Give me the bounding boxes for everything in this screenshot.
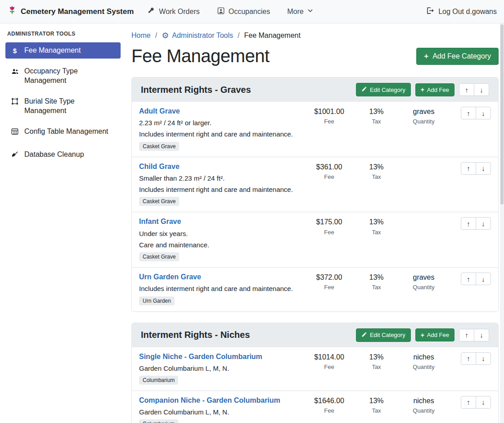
logout-icon [426, 6, 434, 17]
fee-type-badge: Casket Grave [139, 197, 179, 206]
edit-category-button[interactable]: Edit Category [356, 83, 411, 96]
fee-move-up-button[interactable]: ↑ [461, 273, 476, 285]
gear-icon: ⚙ [162, 32, 169, 40]
category-fee-list: Adult Grave 2.23 m² / 24 ft² or larger. … [132, 102, 498, 311]
fee-name-link[interactable]: Child Grave [139, 162, 180, 171]
top-navbar: Cemetery Management System Work Orders O… [0, 0, 504, 23]
sidebar-item-label: Fee Management [24, 46, 81, 55]
breadcrumb-admin-tools[interactable]: ⚙ Administrator Tools [162, 32, 233, 40]
nav-work-orders[interactable]: Work Orders [147, 7, 199, 17]
fee-move-group: ↑ ↓ [461, 352, 491, 365]
tulip-logo-icon [7, 5, 17, 18]
fee-move-group: ↑ ↓ [461, 273, 491, 285]
fee-quantity-col: niches Quantity [398, 396, 450, 414]
arrow-down-icon: ↓ [482, 275, 485, 283]
app-brand[interactable]: Cemetery Management System [7, 5, 134, 18]
fee-move-down-button[interactable]: ↓ [476, 396, 491, 409]
sidebar-item-occupancy-type-management[interactable]: Occupancy Type Management [5, 63, 121, 89]
fee-name-link[interactable]: Urn Garden Grave [139, 273, 201, 281]
fee-name-link[interactable]: Single Niche - Garden Columbarium [139, 352, 262, 361]
logout-label: Log Out d.gowans [438, 8, 497, 16]
fee-row-child-grave: Child Grave Smaller than 2.23 m² / 24 ft… [132, 157, 498, 212]
fee-type-badge: Casket Grave [139, 142, 179, 151]
fee-move-up-button[interactable]: ↑ [461, 162, 476, 175]
fee-row-infant-grave: Infant Grave Under six years. Care and m… [132, 212, 498, 267]
logout-link[interactable]: Log Out d.gowans [426, 6, 497, 17]
vertical-scrollbar[interactable] [500, 23, 504, 423]
arrow-up-icon: ↑ [467, 164, 470, 172]
plus-icon: + [421, 86, 424, 93]
main-content: Home / ⚙ Administrator Tools / Fee Manag… [126, 23, 504, 423]
arrow-up-icon: ↑ [467, 109, 470, 117]
fee-move-up-button[interactable]: ↑ [461, 352, 476, 365]
arrow-down-icon: ↓ [482, 109, 485, 117]
page-title: Fee Management [131, 46, 270, 66]
broom-icon [10, 150, 20, 161]
sidebar-item-burial-site-type-management[interactable]: Burial Site Type Management [5, 93, 121, 119]
arrow-up-icon: ↑ [467, 220, 470, 227]
fee-move-group: ↑ ↓ [461, 107, 491, 119]
fee-move-down-button[interactable]: ↓ [476, 162, 491, 175]
breadcrumb-admin-tools-label: Administrator Tools [172, 32, 233, 40]
breadcrumb: Home / ⚙ Administrator Tools / Fee Manag… [131, 32, 499, 40]
category-title: Interment Rights - Graves [141, 85, 351, 95]
fee-type-badge: Columbarium [139, 376, 178, 385]
fee-move-up-button[interactable]: ↑ [461, 107, 476, 119]
edit-category-label: Edit Category [370, 332, 405, 338]
category-fee-list: Single Niche - Garden Columbarium Garden… [132, 347, 498, 423]
fee-move-group: ↑ ↓ [461, 162, 491, 175]
fee-description: Includes interment right and care and ma… [139, 285, 293, 292]
fee-type-badge: Casket Grave [139, 252, 179, 261]
fee-row-companion-niche: Companion Niche - Garden Columbarium Gar… [132, 391, 498, 423]
sidebar-item-label: Burial Site Type Management [24, 97, 116, 115]
sidebar-item-fee-management[interactable]: $ Fee Management [5, 42, 121, 59]
plus-icon: + [424, 52, 428, 60]
breadcrumb-separator: / [238, 32, 239, 40]
category-move-down-button[interactable]: ↓ [474, 329, 489, 341]
fee-move-group: ↑ ↓ [461, 396, 491, 409]
fee-move-up-button[interactable]: ↑ [461, 217, 476, 230]
person-bounding-box-icon [217, 7, 225, 17]
sidebar-item-database-cleanup[interactable]: Database Cleanup [5, 146, 121, 164]
fee-move-down-button[interactable]: ↓ [476, 273, 491, 285]
category-move-group: ↑ ↓ [459, 83, 489, 96]
add-fee-button[interactable]: + Add Fee [415, 83, 454, 96]
sidebar: ADMINISTRATOR TOOLS $ Fee Management Occ… [0, 23, 126, 423]
fee-name-link[interactable]: Companion Niche - Garden Columbarium [139, 396, 280, 405]
fee-move-down-button[interactable]: ↓ [476, 352, 491, 365]
title-row: Fee Management + Add Fee Category [131, 46, 499, 66]
fee-name-link[interactable]: Infant Grave [139, 217, 181, 226]
fee-category-card-graves: Interment Rights - Graves Edit Category … [131, 77, 499, 312]
fee-tax-col: 13% Tax [355, 352, 398, 370]
category-move-down-button[interactable]: ↓ [474, 83, 489, 96]
hammer-icon [147, 7, 155, 17]
app-title: Cemetery Management System [21, 7, 134, 16]
category-move-up-button[interactable]: ↑ [459, 329, 474, 341]
category-move-group: ↑ ↓ [459, 329, 489, 341]
nav-occupancies[interactable]: Occupancies [217, 7, 270, 17]
fee-row-urn-garden-grave: Urn Garden Grave Includes interment righ… [132, 267, 498, 311]
scrollbar-thumb[interactable] [500, 24, 504, 205]
add-fee-label: Add Fee [427, 86, 449, 93]
fee-move-down-button[interactable]: ↓ [476, 107, 491, 119]
sidebar-item-config-table-management[interactable]: Config Table Management [5, 123, 121, 141]
fee-name-link[interactable]: Adult Grave [139, 107, 180, 115]
sidebar-item-label: Database Cleanup [24, 150, 84, 159]
sidebar-item-label: Config Table Management [24, 127, 108, 136]
fee-tax-col: 13% Tax [355, 396, 398, 414]
edit-category-label: Edit Category [370, 86, 405, 93]
arrow-down-icon: ↓ [480, 86, 483, 94]
fee-move-down-button[interactable]: ↓ [476, 217, 491, 230]
add-fee-category-button[interactable]: + Add Fee Category [416, 48, 499, 65]
edit-category-button[interactable]: Edit Category [356, 328, 411, 342]
fee-description: Under six years. [139, 230, 188, 237]
category-move-up-button[interactable]: ↑ [459, 83, 474, 96]
arrow-up-icon: ↑ [465, 331, 468, 339]
fee-move-up-button[interactable]: ↑ [461, 396, 476, 409]
breadcrumb-home[interactable]: Home [131, 32, 151, 40]
arrow-up-icon: ↑ [467, 275, 470, 283]
add-fee-button[interactable]: + Add Fee [415, 328, 454, 341]
fee-type-badge: Columbarium [139, 419, 178, 423]
fee-type-badge: Urn Garden [139, 296, 175, 305]
nav-more[interactable]: More [287, 8, 313, 16]
